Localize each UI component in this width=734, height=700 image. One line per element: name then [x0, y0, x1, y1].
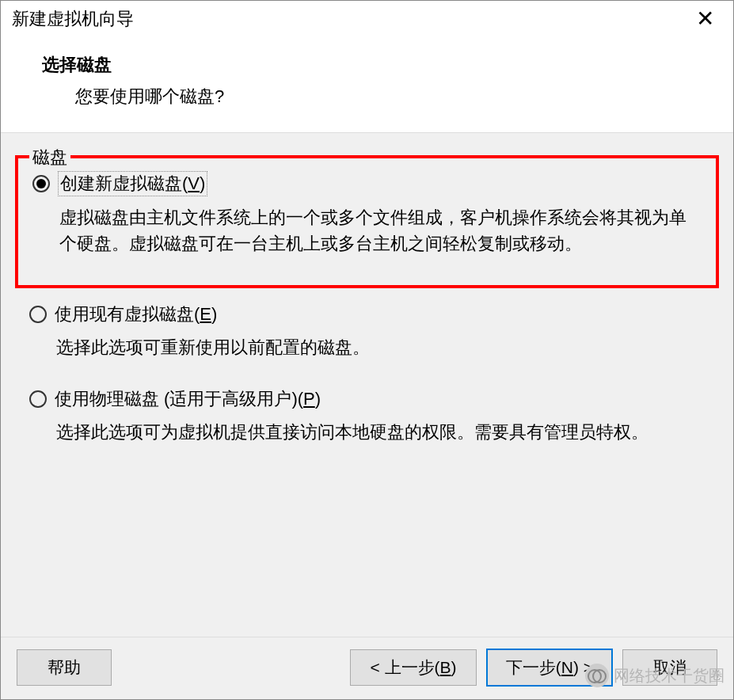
dialog-title: 新建虚拟机向导: [12, 7, 134, 31]
close-icon[interactable]: ✕: [690, 8, 721, 30]
header-section: 选择磁盘 您要使用哪个磁盘?: [1, 39, 733, 132]
radio-label: 创建新虚拟磁盘(V): [58, 171, 207, 196]
radio-option-use-existing[interactable]: 使用现有虚拟磁盘(E) 选择此选项可重新使用以前配置的磁盘。: [29, 302, 705, 360]
highlighted-option: 创建新虚拟磁盘(V) 虚拟磁盘由主机文件系统上的一个或多个文件组成，客户机操作系…: [15, 155, 719, 288]
radio-option-use-physical[interactable]: 使用物理磁盘 (适用于高级用户)(P) 选择此选项可为虚拟机提供直接访问本地硬盘…: [29, 387, 705, 445]
radio-option-create-new[interactable]: 创建新虚拟磁盘(V) 虚拟磁盘由主机文件系统上的一个或多个文件组成，客户机操作系…: [32, 171, 702, 257]
radio-label: 使用现有虚拟磁盘(E): [55, 302, 217, 326]
wizard-dialog: 新建虚拟机向导 ✕ 选择磁盘 您要使用哪个磁盘? 磁盘 创建新虚拟磁盘(V) 虚…: [0, 0, 734, 700]
radio-label: 使用物理磁盘 (适用于高级用户)(P): [55, 387, 321, 411]
page-title: 选择磁盘: [42, 53, 733, 77]
radio-description: 选择此选项可为虚拟机提供直接访问本地硬盘的权限。需要具有管理员特权。: [29, 419, 686, 445]
title-bar: 新建虚拟机向导 ✕: [1, 1, 733, 39]
back-button[interactable]: < 上一步(B): [350, 649, 477, 686]
radio-icon: [29, 306, 47, 323]
next-button[interactable]: 下一步(N) >: [486, 649, 613, 687]
radio-icon: [32, 175, 50, 192]
radio-description: 选择此选项可重新使用以前配置的磁盘。: [29, 334, 686, 360]
button-bar: 帮助 < 上一步(B) 下一步(N) > 取消: [1, 637, 733, 699]
fieldset-label: 磁盘: [29, 146, 70, 169]
radio-icon: [29, 390, 47, 408]
help-button[interactable]: 帮助: [17, 649, 112, 686]
cancel-button[interactable]: 取消: [622, 649, 717, 686]
page-subtitle: 您要使用哪个磁盘?: [42, 85, 733, 108]
content-area: 磁盘 创建新虚拟磁盘(V) 虚拟磁盘由主机文件系统上的一个或多个文件组成，客户机…: [1, 132, 733, 637]
radio-description: 虚拟磁盘由主机文件系统上的一个或多个文件组成，客户机操作系统会将其视为单个硬盘。…: [32, 204, 690, 257]
